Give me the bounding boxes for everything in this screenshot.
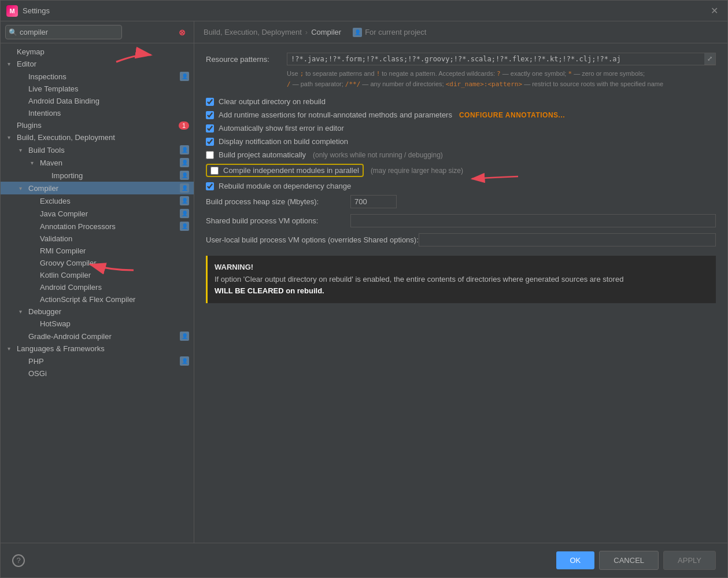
sidebar-item-live-templates[interactable]: Live Templates: [1, 83, 194, 95]
breadcrumb-bar: Build, Execution, Deployment › Compiler …: [194, 21, 727, 43]
checkbox-label-auto-show-error: Automatically show first error in editor: [219, 124, 344, 132]
checkbox-row-build-automatically: Build project automatically (only works …: [206, 150, 716, 159]
sidebar-item-languages-frameworks[interactable]: ▾ Languages & Frameworks: [1, 343, 194, 355]
project-icon: 👤: [180, 145, 189, 154]
sidebar-item-keymap[interactable]: Keymap: [1, 46, 194, 58]
search-bar: 🔍 ⊗: [1, 21, 194, 43]
help-button[interactable]: ?: [12, 554, 25, 567]
sidebar-item-label: RMI Compiler: [40, 246, 189, 255]
sidebar-item-osgi[interactable]: OSGi: [1, 367, 194, 380]
checkbox-label-add-runtime: Add runtime assertions for notnull-annot…: [219, 111, 452, 119]
sidebar-item-label: Annotation Processors: [40, 222, 178, 231]
expand-icon: ▾: [31, 160, 40, 166]
checkbox-label-display-notification: Display notification on build completion: [219, 137, 348, 146]
checkbox-row-compile-parallel: Compile independent modules in parallel …: [206, 164, 716, 177]
checkbox-auto-show-error[interactable]: [206, 124, 214, 132]
sidebar-item-excludes[interactable]: Excludes 👤: [1, 194, 194, 207]
shared-vm-input[interactable]: [350, 214, 716, 227]
sidebar-item-annotation-processors[interactable]: Annotation Processors 👤: [1, 220, 194, 233]
sidebar-item-actionscript-flex[interactable]: ActionScript & Flex Compiler: [1, 293, 194, 305]
sidebar-item-label: Gradle-Android Compiler: [28, 332, 178, 341]
sidebar-item-label: Groovy Compiler: [40, 259, 189, 267]
sidebar-item-validation[interactable]: Validation: [1, 233, 194, 245]
search-clear-button[interactable]: ⊗: [179, 28, 186, 37]
user-vm-input[interactable]: [419, 233, 716, 246]
checkbox-rebuild-dependency[interactable]: [206, 182, 214, 190]
cancel-button[interactable]: CANCEL: [599, 551, 659, 570]
sidebar-item-label: Build Tools: [28, 146, 178, 154]
search-input[interactable]: [5, 25, 122, 39]
sidebar-item-groovy-compiler[interactable]: Groovy Compiler: [1, 257, 194, 269]
sidebar: 🔍 ⊗ Keymap ▾ Editor: [1, 21, 194, 543]
sidebar-item-compiler[interactable]: ▾ Compiler 👤: [1, 182, 194, 194]
sidebar-item-label: OSGi: [28, 369, 189, 378]
project-icon: 👤: [180, 196, 189, 205]
sidebar-item-label: Languages & Frameworks: [17, 344, 189, 353]
sidebar-item-java-compiler[interactable]: Java Compiler 👤: [1, 207, 194, 220]
breadcrumb-separator: ›: [305, 28, 308, 36]
resource-patterns-input[interactable]: [287, 53, 716, 65]
breadcrumb-parent: Build, Execution, Deployment: [204, 28, 302, 36]
sidebar-item-php[interactable]: PHP 👤: [1, 355, 194, 367]
shared-vm-row: Shared build process VM options:: [206, 214, 716, 227]
checkbox-label-rebuild-dependency: Rebuild module on dependency change: [219, 182, 351, 190]
expand-icon: ▾: [8, 134, 17, 141]
sidebar-item-label: Inspections: [28, 72, 178, 81]
breadcrumb-current: Compiler: [311, 28, 341, 36]
sidebar-item-plugins[interactable]: Plugins 1: [1, 119, 194, 131]
heap-size-input[interactable]: [350, 195, 397, 208]
close-button[interactable]: ✕: [707, 4, 722, 17]
expand-icon: ▾: [8, 345, 17, 352]
sidebar-item-maven[interactable]: ▾ Maven 👤: [1, 156, 194, 169]
configure-annotations-button[interactable]: CONFIGURE ANNOTATIONS...: [459, 111, 565, 119]
sidebar-item-label: PHP: [28, 357, 178, 366]
sidebar-item-build-tools[interactable]: ▾ Build Tools 👤: [1, 143, 194, 156]
window-title: Settings: [23, 6, 707, 15]
sidebar-item-rmi-compiler[interactable]: RMI Compiler: [1, 245, 194, 257]
checkbox-row-add-runtime: Add runtime assertions for notnull-annot…: [206, 111, 716, 119]
apply-button[interactable]: APPLY: [663, 551, 716, 570]
warning-text-line1: If option 'Clear output directory on reb…: [215, 275, 623, 284]
sidebar-item-gradle-android-compiler[interactable]: Gradle-Android Compiler 👤: [1, 330, 194, 343]
sidebar-item-android-compilers[interactable]: Android Compilers: [1, 281, 194, 293]
checkbox-note-build-automatically: (only works while not running / debuggin…: [313, 151, 443, 159]
resource-expand-button[interactable]: ⤢: [704, 53, 716, 65]
checkbox-build-automatically[interactable]: [206, 151, 214, 159]
project-icon: 👤: [180, 209, 189, 218]
breadcrumb-project-label: For current project: [365, 28, 426, 36]
sidebar-item-inspections[interactable]: Inspections 👤: [1, 70, 194, 83]
checkbox-clear-output[interactable]: [206, 98, 214, 106]
checkbox-row-auto-show: Automatically show first error in editor: [206, 124, 716, 132]
shared-vm-label: Shared build process VM options:: [206, 216, 350, 225]
ok-button[interactable]: OK: [556, 551, 595, 569]
sidebar-item-android-data-binding[interactable]: Android Data Binding: [1, 95, 194, 107]
warning-text: If option 'Clear output directory on reb…: [215, 274, 709, 296]
sidebar-item-label: Java Compiler: [40, 209, 178, 218]
sidebar-item-label: Keymap: [17, 47, 189, 56]
checkbox-label-build-automatically: Build project automatically: [219, 150, 306, 159]
sidebar-item-editor[interactable]: ▾ Editor: [1, 58, 194, 70]
expand-icon: ▾: [8, 61, 17, 67]
sidebar-item-label: Plugins: [17, 121, 175, 130]
sidebar-item-build-execution-deployment[interactable]: ▾ Build, Execution, Deployment: [1, 131, 194, 143]
sidebar-item-importing[interactable]: Importing 👤: [1, 169, 194, 182]
sidebar-item-kotlin-compiler[interactable]: Kotlin Compiler: [1, 269, 194, 281]
warning-title: WARNING!: [215, 263, 709, 271]
project-icon: 👤: [180, 222, 189, 231]
sidebar-item-label: Importing: [51, 171, 178, 180]
checkbox-compile-parallel[interactable]: [210, 167, 219, 175]
project-icon: 👤: [180, 332, 189, 341]
sidebar-item-hotswap[interactable]: HotSwap: [1, 318, 194, 330]
user-vm-row: User-local build process VM options (ove…: [206, 233, 716, 246]
sidebar-item-label: Excludes: [40, 197, 178, 205]
sidebar-item-debugger[interactable]: ▾ Debugger: [1, 305, 194, 318]
checkbox-label-compile-parallel: Compile independent modules in parallel: [223, 166, 359, 175]
checkbox-display-notification[interactable]: [206, 138, 214, 146]
plugins-badge: 1: [179, 122, 189, 130]
sidebar-item-intentions[interactable]: Intentions: [1, 107, 194, 119]
sidebar-tree: Keymap ▾ Editor Inspections 👤: [1, 43, 194, 543]
sidebar-item-label: Kotlin Compiler: [40, 271, 189, 279]
sidebar-item-label: Build, Execution, Deployment: [17, 133, 189, 142]
checkbox-add-runtime[interactable]: [206, 111, 214, 119]
app-icon: M: [6, 5, 18, 17]
